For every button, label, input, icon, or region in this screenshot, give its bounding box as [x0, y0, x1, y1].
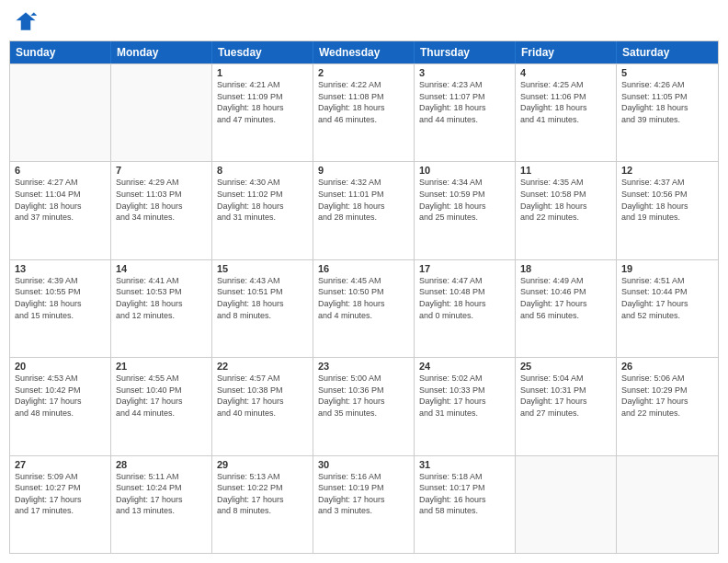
day-info: Sunrise: 4:30 AM Sunset: 11:02 PM Daylig…	[217, 177, 308, 223]
day-info: Sunrise: 5:04 AM Sunset: 10:31 PM Daylig…	[520, 373, 611, 419]
day-number: 1	[217, 67, 308, 78]
calendar-day-31: 31Sunrise: 5:18 AM Sunset: 10:17 PM Dayl…	[415, 456, 516, 553]
calendar-row-0: 1Sunrise: 4:21 AM Sunset: 11:09 PM Dayli…	[10, 63, 718, 161]
day-info: Sunrise: 4:43 AM Sunset: 10:51 PM Daylig…	[217, 275, 308, 321]
calendar-empty-cell	[516, 456, 617, 553]
day-info: Sunrise: 4:53 AM Sunset: 10:42 PM Daylig…	[15, 373, 106, 419]
calendar-day-12: 12Sunrise: 4:37 AM Sunset: 10:56 PM Dayl…	[617, 162, 718, 259]
day-info: Sunrise: 5:16 AM Sunset: 10:19 PM Daylig…	[318, 471, 409, 517]
day-number: 12	[621, 165, 713, 176]
calendar-day-21: 21Sunrise: 4:55 AM Sunset: 10:40 PM Dayl…	[111, 358, 212, 454]
day-number: 20	[15, 361, 106, 372]
logo	[13, 9, 40, 35]
day-number: 31	[419, 459, 510, 470]
day-number: 2	[318, 67, 409, 78]
day-number: 18	[520, 263, 611, 274]
day-info: Sunrise: 4:23 AM Sunset: 11:07 PM Daylig…	[419, 79, 510, 125]
calendar-day-10: 10Sunrise: 4:34 AM Sunset: 10:59 PM Dayl…	[415, 162, 516, 259]
day-info: Sunrise: 5:00 AM Sunset: 10:36 PM Daylig…	[318, 373, 409, 419]
calendar-day-14: 14Sunrise: 4:41 AM Sunset: 10:53 PM Dayl…	[111, 260, 212, 357]
day-info: Sunrise: 4:21 AM Sunset: 11:09 PM Daylig…	[217, 79, 308, 125]
calendar-day-9: 9Sunrise: 4:32 AM Sunset: 11:01 PM Dayli…	[313, 162, 415, 259]
day-number: 6	[15, 165, 106, 176]
header	[9, 9, 719, 35]
weekday-header-thursday: Thursday	[415, 41, 516, 63]
day-info: Sunrise: 4:45 AM Sunset: 10:50 PM Daylig…	[318, 275, 409, 321]
day-info: Sunrise: 4:47 AM Sunset: 10:48 PM Daylig…	[419, 275, 510, 321]
day-info: Sunrise: 4:49 AM Sunset: 10:46 PM Daylig…	[520, 275, 611, 321]
calendar-day-6: 6Sunrise: 4:27 AM Sunset: 11:04 PM Dayli…	[10, 162, 111, 259]
calendar-day-7: 7Sunrise: 4:29 AM Sunset: 11:03 PM Dayli…	[111, 162, 212, 259]
day-number: 13	[15, 263, 106, 274]
day-number: 7	[116, 165, 207, 176]
calendar-day-11: 11Sunrise: 4:35 AM Sunset: 10:58 PM Dayl…	[516, 162, 617, 259]
day-info: Sunrise: 4:27 AM Sunset: 11:04 PM Daylig…	[15, 177, 106, 223]
calendar-day-1: 1Sunrise: 4:21 AM Sunset: 11:09 PM Dayli…	[212, 64, 313, 161]
page: SundayMondayTuesdayWednesdayThursdayFrid…	[0, 0, 728, 563]
day-info: Sunrise: 4:29 AM Sunset: 11:03 PM Daylig…	[116, 177, 207, 223]
day-number: 22	[217, 361, 308, 372]
calendar-day-17: 17Sunrise: 4:47 AM Sunset: 10:48 PM Dayl…	[415, 260, 516, 357]
day-info: Sunrise: 4:57 AM Sunset: 10:38 PM Daylig…	[217, 373, 308, 419]
day-info: Sunrise: 4:39 AM Sunset: 10:55 PM Daylig…	[15, 275, 106, 321]
day-info: Sunrise: 5:13 AM Sunset: 10:22 PM Daylig…	[217, 471, 308, 517]
day-info: Sunrise: 5:06 AM Sunset: 10:29 PM Daylig…	[621, 373, 713, 419]
day-info: Sunrise: 4:32 AM Sunset: 11:01 PM Daylig…	[318, 177, 409, 223]
day-info: Sunrise: 4:51 AM Sunset: 10:44 PM Daylig…	[621, 275, 713, 321]
day-number: 29	[217, 459, 308, 470]
day-info: Sunrise: 5:18 AM Sunset: 10:17 PM Daylig…	[419, 471, 510, 517]
day-number: 17	[419, 263, 510, 274]
day-info: Sunrise: 4:34 AM Sunset: 10:59 PM Daylig…	[419, 177, 510, 223]
calendar-day-24: 24Sunrise: 5:02 AM Sunset: 10:33 PM Dayl…	[415, 358, 516, 454]
day-number: 26	[621, 361, 713, 372]
calendar-day-20: 20Sunrise: 4:53 AM Sunset: 10:42 PM Dayl…	[10, 358, 111, 454]
calendar-day-16: 16Sunrise: 4:45 AM Sunset: 10:50 PM Dayl…	[313, 260, 415, 357]
calendar-day-29: 29Sunrise: 5:13 AM Sunset: 10:22 PM Dayl…	[212, 456, 313, 553]
day-number: 11	[520, 165, 611, 176]
day-number: 9	[318, 165, 409, 176]
weekday-header-saturday: Saturday	[617, 41, 718, 63]
day-number: 3	[419, 67, 510, 78]
calendar-row-4: 27Sunrise: 5:09 AM Sunset: 10:27 PM Dayl…	[10, 455, 718, 553]
day-number: 30	[318, 459, 409, 470]
calendar-empty-cell	[111, 64, 212, 161]
calendar-header: SundayMondayTuesdayWednesdayThursdayFrid…	[10, 41, 718, 63]
day-info: Sunrise: 4:41 AM Sunset: 10:53 PM Daylig…	[116, 275, 207, 321]
calendar-empty-cell	[617, 456, 718, 553]
day-number: 4	[520, 67, 611, 78]
calendar-day-8: 8Sunrise: 4:30 AM Sunset: 11:02 PM Dayli…	[212, 162, 313, 259]
day-number: 28	[116, 459, 207, 470]
svg-marker-1	[30, 13, 37, 17]
calendar-day-30: 30Sunrise: 5:16 AM Sunset: 10:19 PM Dayl…	[313, 456, 415, 553]
calendar-day-13: 13Sunrise: 4:39 AM Sunset: 10:55 PM Dayl…	[10, 260, 111, 357]
weekday-header-tuesday: Tuesday	[212, 41, 313, 63]
day-number: 21	[116, 361, 207, 372]
calendar-row-2: 13Sunrise: 4:39 AM Sunset: 10:55 PM Dayl…	[10, 259, 718, 357]
calendar-day-25: 25Sunrise: 5:04 AM Sunset: 10:31 PM Dayl…	[516, 358, 617, 454]
day-number: 24	[419, 361, 510, 372]
day-info: Sunrise: 4:25 AM Sunset: 11:06 PM Daylig…	[520, 79, 611, 125]
day-number: 25	[520, 361, 611, 372]
day-info: Sunrise: 4:35 AM Sunset: 10:58 PM Daylig…	[520, 177, 611, 223]
day-number: 5	[621, 67, 713, 78]
calendar-day-27: 27Sunrise: 5:09 AM Sunset: 10:27 PM Dayl…	[10, 456, 111, 553]
day-info: Sunrise: 4:37 AM Sunset: 10:56 PM Daylig…	[621, 177, 713, 223]
day-number: 27	[15, 459, 106, 470]
weekday-header-friday: Friday	[516, 41, 617, 63]
calendar-day-28: 28Sunrise: 5:11 AM Sunset: 10:24 PM Dayl…	[111, 456, 212, 553]
weekday-header-monday: Monday	[111, 41, 212, 63]
weekday-header-sunday: Sunday	[10, 41, 111, 63]
day-number: 8	[217, 165, 308, 176]
calendar-day-19: 19Sunrise: 4:51 AM Sunset: 10:44 PM Dayl…	[617, 260, 718, 357]
calendar-day-22: 22Sunrise: 4:57 AM Sunset: 10:38 PM Dayl…	[212, 358, 313, 454]
weekday-header-wednesday: Wednesday	[313, 41, 415, 63]
calendar-day-23: 23Sunrise: 5:00 AM Sunset: 10:36 PM Dayl…	[313, 358, 415, 454]
day-info: Sunrise: 4:55 AM Sunset: 10:40 PM Daylig…	[116, 373, 207, 419]
day-info: Sunrise: 5:11 AM Sunset: 10:24 PM Daylig…	[116, 471, 207, 517]
day-number: 16	[318, 263, 409, 274]
day-number: 14	[116, 263, 207, 274]
day-number: 23	[318, 361, 409, 372]
day-info: Sunrise: 4:26 AM Sunset: 11:05 PM Daylig…	[621, 79, 713, 125]
calendar-body: 1Sunrise: 4:21 AM Sunset: 11:09 PM Dayli…	[10, 63, 718, 553]
calendar-row-3: 20Sunrise: 4:53 AM Sunset: 10:42 PM Dayl…	[10, 357, 718, 454]
